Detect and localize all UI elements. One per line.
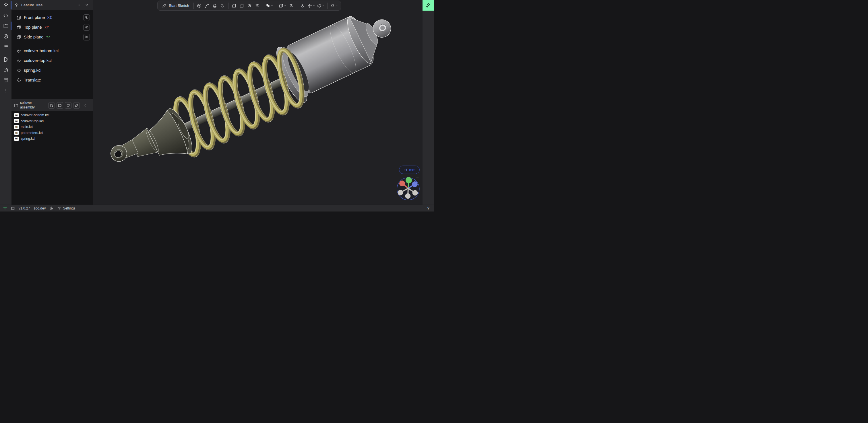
chevron-down-icon [284, 4, 286, 7]
sweep-button[interactable] [204, 2, 211, 9]
logs-icon [3, 44, 9, 50]
toolbar-divider [228, 3, 228, 9]
chamfer-icon [239, 3, 244, 8]
tree-item-top-plane[interactable]: Top plane XY [11, 22, 93, 32]
toolbar-divider [263, 3, 263, 9]
text-to-cad-ai-button[interactable] [423, 0, 434, 11]
plane-axis-label: XZ [48, 16, 52, 19]
move-icon [17, 78, 21, 83]
tree-item-coilover-bottom[interactable]: coilover-bottom.kcl [11, 46, 93, 56]
extrude-button[interactable] [196, 2, 203, 9]
toggle-visibility-side-plane[interactable] [83, 34, 90, 40]
rail-code-button[interactable] [0, 10, 11, 21]
shell-button[interactable] [246, 2, 253, 9]
left-toolbar-rail [0, 0, 11, 205]
project-name: coilover-assembly [20, 101, 46, 110]
plane-icon [17, 25, 21, 30]
sweep-icon [205, 3, 209, 8]
feature-tree-close-button[interactable] [84, 2, 90, 8]
eye-off-icon [85, 35, 89, 39]
project-files-panel: coilover-assembly kcl [11, 99, 93, 205]
hole-button[interactable] [254, 2, 261, 9]
project-files-close-button[interactable] [82, 102, 88, 108]
rail-import-file-button[interactable] [0, 54, 11, 65]
tree-item-coilover-top[interactable]: coilover-top.kcl [11, 56, 93, 65]
file-row[interactable]: kcl spring.kcl [11, 136, 93, 142]
insert-icon [300, 3, 305, 8]
new-file-button[interactable] [48, 102, 55, 109]
helix-button[interactable] [288, 2, 295, 9]
boolean-icon [266, 3, 270, 8]
feature-tree-list: Front plane XZ Top plane XY Side [11, 10, 93, 85]
insert-button[interactable] [299, 2, 306, 9]
rail-make-button[interactable] [0, 75, 11, 85]
zoo-dev-link[interactable]: zoo.dev [34, 206, 45, 210]
operation-label: coilover-top.kcl [24, 58, 52, 63]
start-sketch-label: Start Sketch [169, 3, 189, 8]
plane-icon [17, 35, 21, 40]
rail-variables-button[interactable] [0, 31, 11, 41]
fillet-button[interactable] [230, 2, 238, 9]
feature-tree-menu-button[interactable] [75, 2, 81, 8]
orientation-gizmo[interactable] [395, 176, 421, 202]
extrude-icon [197, 3, 202, 8]
file-row[interactable]: kcl main.kcl [11, 124, 93, 130]
insert-icon [17, 48, 21, 53]
3d-viewport[interactable]: Start Sketch [93, 0, 423, 205]
operation-label: Translate [24, 78, 41, 83]
file-name: coilover-bottom.kcl [21, 113, 50, 117]
units-badge[interactable]: mm [399, 166, 420, 174]
rail-report-issue-button[interactable] [0, 85, 11, 96]
new-folder-button[interactable] [57, 102, 63, 109]
transform-button[interactable] [307, 2, 316, 9]
feature-tree-header: Feature Tree [11, 0, 93, 10]
tree-item-front-plane[interactable]: Front plane XZ [11, 12, 93, 22]
loft-button[interactable] [211, 2, 218, 9]
rail-feature-tree-button[interactable] [0, 0, 11, 10]
tree-item-spring[interactable]: spring.kcl [11, 65, 93, 75]
pattern-button[interactable] [316, 2, 325, 9]
plane-tool-button[interactable] [330, 2, 338, 9]
toggle-visibility-top-plane[interactable] [83, 24, 90, 31]
settings-label: Settings [63, 206, 75, 210]
version-label[interactable]: v1.0.27 [19, 206, 30, 210]
stopwatch-icon [50, 206, 53, 210]
timer-button[interactable] [50, 206, 53, 210]
tree-item-side-plane[interactable]: Side plane YZ [11, 32, 93, 42]
chevron-down-icon [271, 4, 273, 7]
plane-axis-label: XY [44, 26, 49, 29]
make-icon [3, 77, 9, 83]
network-status-button[interactable] [3, 206, 7, 210]
refresh-button[interactable] [65, 102, 71, 109]
collapse-button[interactable] [73, 102, 80, 109]
gizmo-x-axis [399, 181, 405, 186]
eye-off-icon [85, 15, 89, 20]
chamfer-button[interactable] [238, 2, 245, 9]
tree-item-translate[interactable]: Translate [11, 75, 93, 85]
toggle-visibility-front-plane[interactable] [83, 14, 90, 21]
operation-label: spring.kcl [24, 68, 41, 73]
revolve-button[interactable] [219, 2, 226, 9]
file-row[interactable]: kcl coilover-bottom.kcl [11, 112, 93, 118]
operation-label: coilover-bottom.kcl [24, 48, 59, 53]
plane-label: Front plane [24, 15, 45, 20]
rail-export-button[interactable] [0, 65, 11, 75]
file-list: kcl coilover-bottom.kcl kcl coilover-top… [11, 111, 93, 142]
hole-icon [255, 3, 259, 8]
offset-plane-button[interactable] [278, 2, 287, 9]
rail-project-files-button[interactable] [0, 21, 11, 31]
start-sketch-button[interactable]: Start Sketch [160, 2, 191, 9]
network-icon [3, 206, 7, 210]
chevron-down-icon [322, 4, 324, 7]
tree-group-gap [11, 42, 93, 46]
rail-logs-button[interactable] [0, 41, 11, 52]
file-row[interactable]: kcl coilover-top.kcl [11, 118, 93, 124]
help-button[interactable]: ? [427, 206, 431, 210]
file-row[interactable]: kcl parameters.kcl [11, 130, 93, 136]
toolbar-divider [297, 3, 297, 9]
gizmo-neg-axis [412, 190, 418, 196]
make-status-button[interactable] [11, 206, 15, 210]
gizmo-neg-axis [405, 193, 411, 199]
settings-button[interactable]: Settings [57, 206, 75, 210]
boolean-button[interactable] [265, 2, 274, 9]
